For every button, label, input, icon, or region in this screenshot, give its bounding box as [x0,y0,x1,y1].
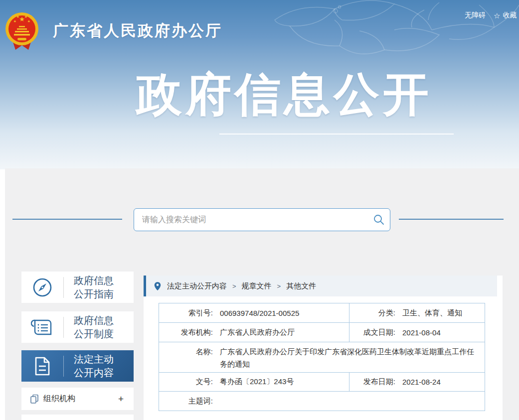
keywords-cell: 主题词: [159,392,485,411]
sidebar-item-rules[interactable]: 政府信息 公开制度 [21,311,134,343]
index-number-cell: 索引号: 006939748/2021-00525 [159,303,349,322]
field-value: 广东省人民政府办公厅 [220,328,295,337]
field-value: 006939748/2021-00525 [220,309,299,317]
field-value: 2021-08-04 [402,328,441,337]
sidebar-item-label: 法定主动 公开内容 [74,353,114,380]
site-title: 广东省人民政府办公厅 [53,20,222,41]
divider [63,317,64,338]
national-emblem-icon: ★ ★ ★ ★ ★ [4,10,40,52]
field-label: 成文日期: [349,328,395,337]
compass-icon [21,277,63,298]
field-value: 2021-08-24 [402,378,441,386]
field-label: 发布机构: [159,328,213,337]
field-label: 主题词: [159,397,213,406]
search-bar [134,208,390,231]
document-number-cell: 文号: 粤办函〔2021〕243号 [159,373,349,391]
table-row: 索引号: 006939748/2021-00525 分类: 卫生、体育、通知 [159,303,485,322]
sidebar-item-label: 政府信息 公开制度 [74,314,114,341]
book-icon [21,317,63,337]
sidebar-subitem-organization[interactable]: 组织机构 + [21,388,134,410]
breadcrumb-separator: > [232,282,236,290]
breadcrumb-item-other-files[interactable]: 其他文件 [286,281,316,291]
table-row: 文号: 粤办函〔2021〕243号 发布日期: 2021-08-24 [159,372,485,391]
document-title-cell: 名称: 广东省人民政府办公厅关于印发广东省深化医药卫生体制改革近期重点工作任务的… [159,342,485,372]
field-value: 广东省人民政府办公厅关于印发广东省深化医药卫生体制改革近期重点工作任务的通知 [220,345,485,370]
table-row: 名称: 广东省人民政府办公厅关于印发广东省深化医药卫生体制改革近期重点工作任务的… [159,342,485,372]
issue-date-cell: 成文日期: 2021-08-04 [349,323,485,342]
divider [63,356,64,377]
page-title: 政府信息公开 [125,64,444,126]
search-left-rule [12,219,122,220]
document-icon [21,356,63,377]
header-utility-links: 无障碍 ☆ 收藏 [465,11,517,20]
pages-icon [30,395,39,404]
title-underline [219,134,454,135]
publish-date-cell: 发布日期: 2021-08-24 [349,373,485,391]
field-label: 索引号: [159,308,213,318]
issuing-agency-cell: 发布机构: 广东省人民政府办公厅 [159,323,349,342]
breadcrumb: 法定主动公开内容 > 规章文件 > 其他文件 [144,276,497,296]
field-label: 分类: [349,308,395,318]
field-value: 粤办函〔2021〕243号 [220,377,294,387]
breadcrumb-separator: > [277,282,281,290]
page: ★ ★ ★ ★ ★ 广东省人民政府办公厅 无障碍 ☆ 收藏 政府信息公开 [0,0,519,420]
field-value: 卫生、体育、通知 [402,308,462,318]
table-row: 主题词: [159,391,485,411]
sidebar-subitem-label: 组织机构 [43,394,118,404]
svg-text:★: ★ [24,15,27,18]
search-input[interactable] [134,209,368,231]
sidebar-item-statutory-disclosure[interactable]: 法定主动 公开内容 [21,350,134,382]
search-icon [373,214,385,226]
svg-text:★: ★ [27,19,30,23]
sidebar-item-guide[interactable]: 政府信息 公开指南 [21,272,134,303]
field-label: 文号: [159,377,213,387]
plus-expander-icon[interactable]: + [118,394,124,405]
category-cell: 分类: 卫生、体育、通知 [349,303,485,322]
breadcrumb-item-regulations[interactable]: 规章文件 [242,281,272,291]
svg-text:★: ★ [13,19,16,23]
search-right-rule [399,219,504,220]
table-row: 发布机构: 广东省人民政府办公厅 成文日期: 2021-08-04 [159,322,485,342]
site-logo-link[interactable]: ★ ★ ★ ★ ★ 广东省人民政府办公厅 [4,10,222,52]
location-pin-icon [154,281,161,291]
favorite-link[interactable]: ☆ 收藏 [494,11,517,20]
header-banner: ★ ★ ★ ★ ★ 广东省人民政府办公厅 无障碍 ☆ 收藏 政府信息公开 [0,0,519,169]
field-label: 名称: [159,345,213,358]
sidebar-item-partial[interactable] [21,415,134,420]
search-button[interactable] [368,209,390,231]
accessibility-link[interactable]: 无障碍 [465,11,486,20]
svg-text:★: ★ [16,15,19,18]
field-label: 发布日期: [349,377,395,387]
document-metadata-table: 索引号: 006939748/2021-00525 分类: 卫生、体育、通知 发… [159,303,485,411]
breadcrumb-item-statutory[interactable]: 法定主动公开内容 [167,281,227,291]
star-icon: ☆ [494,12,500,19]
sidebar-item-label: 政府信息 公开指南 [74,274,114,301]
divider [63,277,64,298]
